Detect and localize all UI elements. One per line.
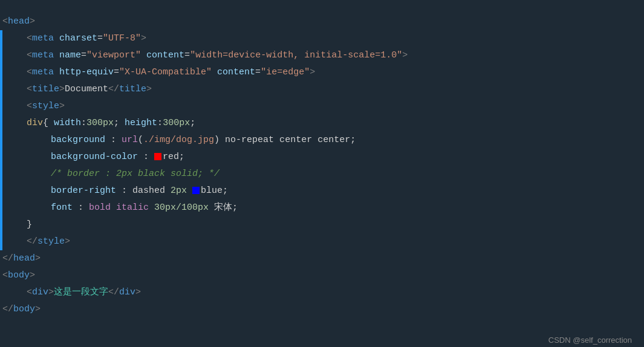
line-content-span: <title>Document</title> xyxy=(2,81,644,98)
token-angle: > xyxy=(402,48,408,63)
token-tag: title xyxy=(119,82,146,97)
line-style-close: </style> xyxy=(0,233,644,250)
token-prop: border-right xyxy=(51,183,116,199)
token-punc: = xyxy=(114,65,119,80)
token-angle: > xyxy=(30,268,35,284)
token-tag: div xyxy=(119,285,135,300)
line-body-open: <body> xyxy=(0,267,644,284)
token-punc: ( xyxy=(138,132,143,148)
token-num: 300px xyxy=(86,115,114,131)
token-punc: = xyxy=(184,48,190,63)
token-angle: < xyxy=(27,65,32,80)
token-punc: } xyxy=(27,217,32,233)
token-angle: > xyxy=(141,31,146,47)
token-punc: : xyxy=(138,149,154,165)
token-tag: body xyxy=(13,302,35,317)
line-meta-charset: <meta charset="UTF-8"> xyxy=(0,30,644,47)
token-angle: > xyxy=(310,65,315,80)
color-swatch-red xyxy=(154,153,161,160)
token-angle: < xyxy=(27,285,32,300)
line-content-span: background-color : red; xyxy=(2,149,644,166)
token-prop: background xyxy=(51,132,105,148)
token-angle: </ xyxy=(2,302,13,317)
token-tag: title xyxy=(32,82,59,97)
token-angle: < xyxy=(27,48,32,63)
line-title: <title>Document</title> xyxy=(0,81,644,98)
token-tag: div xyxy=(32,285,48,300)
line-meta-http: <meta http-equiv="X-UA-Compatible" conte… xyxy=(0,64,644,81)
code-editor: <head><meta charset="UTF-8"><meta name="… xyxy=(0,7,644,347)
line-meta-viewport: <meta name="viewport" content="width=dev… xyxy=(0,47,644,64)
token-string: "UTF-8" xyxy=(103,31,141,47)
token-angle: > xyxy=(35,302,41,317)
token-prop: font xyxy=(51,200,73,216)
line-content-span: } xyxy=(2,216,644,233)
token-tag: meta xyxy=(32,48,59,63)
token-punc: ; xyxy=(232,200,238,216)
line-content-span: </head> xyxy=(2,250,644,267)
token-angle: > xyxy=(35,251,41,267)
token-url: ./img/dog.jpg xyxy=(143,132,214,148)
token-angle: </ xyxy=(108,285,119,300)
token-punc: { xyxy=(43,115,54,131)
token-string: "viewport" xyxy=(86,48,146,63)
token-tag: body xyxy=(8,268,30,284)
token-attr: name xyxy=(59,48,81,63)
token-angle: </ xyxy=(108,82,119,97)
line-font: font : bold italic 30px/100px 宋体; xyxy=(0,199,644,216)
token-num: 300px xyxy=(163,115,190,131)
token-num: 30px/100px xyxy=(154,200,214,216)
token-angle: < xyxy=(2,14,8,30)
line-close-brace: } xyxy=(0,216,644,233)
token-punc: = xyxy=(97,31,103,47)
token-string: "width=device-width, initial-scale=1.0" xyxy=(190,48,402,63)
token-tag: head xyxy=(13,251,35,267)
line-content-span: <head> xyxy=(2,13,644,30)
line-background: background : url(./img/dog.jpg) no-repea… xyxy=(0,132,644,149)
token-attr: content xyxy=(146,48,184,63)
line-style-open: <style> xyxy=(0,98,644,115)
token-punc: : xyxy=(116,183,132,199)
token-text: Document xyxy=(65,82,108,97)
token-prop: background-color xyxy=(51,149,138,165)
line-head-close: </head> xyxy=(0,250,644,267)
line-head-open: <head> xyxy=(0,13,644,30)
line-div-selector: div{ width:300px; height:300px; xyxy=(0,115,644,132)
line-content-span: /* border : 2px black solid; */ xyxy=(2,166,644,183)
token-chinese: 这是一段文字 xyxy=(54,285,108,300)
token-angle: </ xyxy=(27,234,37,250)
token-punc: = xyxy=(81,48,86,63)
token-attr: http-equiv xyxy=(59,65,114,80)
token-angle: > xyxy=(65,234,70,250)
line-content-span: <div>这是一段文字</div> xyxy=(2,284,644,301)
token-angle: > xyxy=(59,82,65,97)
token-angle: > xyxy=(135,285,141,300)
token-string: "ie=edge" xyxy=(261,65,310,80)
token-tag: head xyxy=(8,14,30,30)
color-swatch-blue xyxy=(192,187,200,194)
line-content-span: border-right : dashed 2px blue; xyxy=(2,183,644,199)
token-angle: > xyxy=(30,14,35,30)
token-angle: > xyxy=(59,99,65,114)
token-selector: div xyxy=(27,115,43,131)
token-punc: ; xyxy=(179,149,184,165)
token-attr: charset xyxy=(59,31,97,47)
token-tag: style xyxy=(32,99,59,114)
token-text: blue xyxy=(201,183,223,199)
token-tag: meta xyxy=(32,65,59,80)
line-content-span: background : url(./img/dog.jpg) no-repea… xyxy=(2,132,644,149)
token-tag: style xyxy=(37,234,65,250)
token-punc: ; xyxy=(350,132,356,148)
line-content-span: <meta charset="UTF-8"> xyxy=(2,30,644,47)
line-content-span: </body> xyxy=(2,301,644,318)
token-comment: /* border : 2px black solid; */ xyxy=(51,166,220,182)
token-angle: > xyxy=(146,82,152,97)
line-content-span: <body> xyxy=(2,267,644,284)
line-body-close: </body> xyxy=(0,301,644,318)
line-background-color: background-color : red; xyxy=(0,149,644,166)
token-keyword: bold italic xyxy=(89,200,154,216)
token-angle: </ xyxy=(2,251,13,267)
token-attr: content xyxy=(217,65,255,80)
token-num: 2px xyxy=(171,183,192,199)
token-angle: < xyxy=(27,82,32,97)
